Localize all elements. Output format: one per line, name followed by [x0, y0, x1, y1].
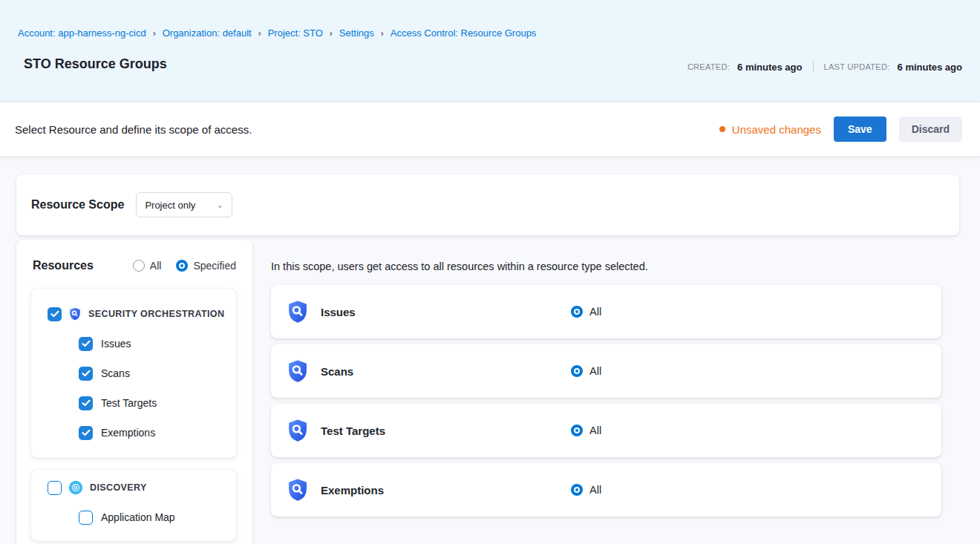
row-label: Test Targets: [321, 425, 385, 437]
meta-timestamps: CREATED: 6 minutes ago LAST UPDATED: 6 m…: [687, 61, 962, 73]
discovery-target-icon: [68, 480, 83, 495]
page-header: Account: app-harness-ng-cicd › Organizat…: [0, 0, 980, 102]
resources-panel: Resources All Specified SECURITY ORCHEST…: [16, 240, 252, 544]
breadcrumb: Account: app-harness-ng-cicd › Organizat…: [18, 27, 536, 39]
chevron-right-icon: ›: [258, 28, 261, 39]
chevron-right-icon: ›: [381, 28, 384, 39]
breadcrumb-link-project[interactable]: Project: STO: [268, 27, 323, 39]
row-label: Issues: [321, 306, 356, 318]
chevron-right-icon: ›: [153, 28, 156, 39]
resources-radio-specified[interactable]: Specified: [176, 260, 236, 272]
check-icon: [82, 370, 91, 377]
checkbox-scans[interactable]: [79, 367, 93, 381]
resource-scope-card: Resource Scope Project only ⌄: [16, 174, 959, 235]
toolbar-description: Select Resource and define its scope of …: [15, 123, 252, 136]
access-label: All: [589, 484, 601, 496]
resource-item-label: Issues: [101, 338, 131, 350]
radio-icon[interactable]: [571, 306, 583, 318]
resource-scope-selected-value: Project only: [145, 200, 195, 211]
chevron-down-icon: ⌄: [216, 200, 223, 210]
resource-item-label: Scans: [101, 367, 130, 379]
unsaved-dot-icon: [719, 126, 725, 132]
resource-row-issues: Issues All: [271, 285, 941, 338]
check-icon: [50, 310, 59, 318]
radio-all-label: All: [150, 260, 162, 272]
row-label: Scans: [321, 365, 353, 378]
resource-item-exemptions: Exemptions: [79, 418, 236, 448]
check-icon: [82, 429, 91, 436]
access-label: All: [589, 306, 601, 318]
resources-radio-all[interactable]: All: [133, 260, 162, 272]
resource-item-label: Exemptions: [101, 427, 155, 439]
resource-row-exemptions: Exemptions All: [271, 463, 941, 517]
scope-note: In this scope, users get access to all r…: [271, 260, 648, 272]
access-radio-all[interactable]: All: [571, 306, 601, 318]
created-label: CREATED:: [687, 62, 730, 71]
checkbox-discovery[interactable]: [48, 481, 62, 495]
last-updated-value: 6 minutes ago: [898, 62, 962, 73]
checkbox-test-targets[interactable]: [79, 396, 93, 410]
action-toolbar: Select Resource and define its scope of …: [0, 102, 980, 156]
divider: [813, 61, 814, 73]
save-button[interactable]: Save: [834, 117, 886, 142]
created-value: 6 minutes ago: [737, 62, 802, 73]
group-card-discovery: DISCOVERY Application Map: [31, 470, 236, 541]
discard-button[interactable]: Discard: [899, 117, 962, 142]
sto-shield-icon: [286, 359, 310, 383]
resource-scope-select[interactable]: Project only ⌄: [136, 192, 232, 217]
breadcrumb-link-organization[interactable]: Organization: default: [163, 27, 252, 39]
checkbox-security-orchestration[interactable]: [48, 307, 62, 321]
radio-icon[interactable]: [571, 484, 583, 496]
access-label: All: [589, 365, 601, 377]
checkbox-issues[interactable]: [79, 337, 93, 351]
resource-item-label: Application Map: [101, 511, 175, 523]
last-updated-label: LAST UPDATED:: [824, 62, 890, 71]
group-card-security-orchestration: SECURITY ORCHESTRATION Issues Scans Test…: [31, 289, 236, 458]
breadcrumb-link-settings[interactable]: Settings: [339, 27, 374, 39]
sto-shield-icon: [68, 307, 82, 321]
resource-row-test-targets: Test Targets All: [271, 404, 941, 457]
checkbox-exemptions[interactable]: [79, 426, 93, 440]
access-radio-all[interactable]: All: [571, 425, 601, 436]
check-icon: [82, 340, 91, 347]
resource-item-label: Test Targets: [101, 397, 157, 409]
radio-icon[interactable]: [571, 425, 583, 436]
sto-shield-icon: [286, 419, 310, 442]
sto-shield-icon: [286, 478, 310, 502]
checkbox-application-map[interactable]: [79, 511, 93, 525]
radio-icon[interactable]: [571, 365, 583, 377]
chevron-right-icon: ›: [330, 28, 333, 39]
access-label: All: [589, 425, 601, 436]
access-radio-all[interactable]: All: [571, 484, 601, 496]
resource-item-issues: Issues: [79, 329, 236, 358]
resources-title: Resources: [33, 259, 118, 272]
unsaved-changes-label: Unsaved changes: [732, 123, 821, 136]
page-title: STO Resource Groups: [24, 56, 167, 72]
resource-item-application-map: Application Map: [79, 502, 236, 532]
unsaved-changes-indicator: Unsaved changes: [719, 123, 821, 136]
radio-specified-label: Specified: [193, 260, 236, 272]
breadcrumb-link-account[interactable]: Account: app-harness-ng-cicd: [18, 27, 146, 39]
resource-item-scans: Scans: [79, 358, 236, 388]
group-name: DISCOVERY: [90, 482, 147, 493]
check-icon: [82, 399, 91, 407]
resource-row-scans: Scans All: [271, 344, 941, 398]
sto-shield-icon: [286, 300, 310, 324]
breadcrumb-link-resource-groups[interactable]: Access Control: Resource Groups: [391, 27, 537, 39]
group-name: SECURITY ORCHESTRATION: [88, 309, 224, 319]
access-radio-all[interactable]: All: [571, 365, 601, 377]
row-label: Exemptions: [321, 484, 384, 497]
resource-scope-label: Resource Scope: [31, 198, 124, 212]
radio-icon[interactable]: [133, 260, 145, 272]
resource-item-test-targets: Test Targets: [79, 388, 236, 418]
radio-icon[interactable]: [176, 260, 188, 272]
